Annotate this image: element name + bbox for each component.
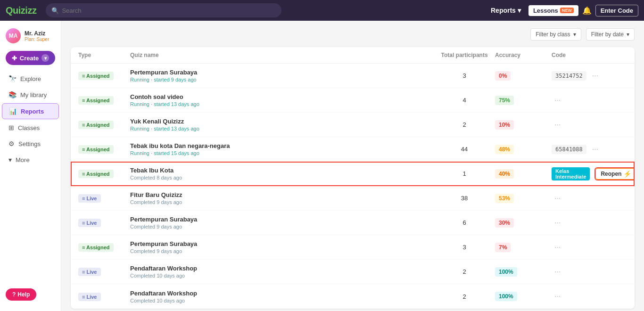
table-row: ≡ Live Pertempuran Surabaya Completed 9 …	[71, 211, 635, 235]
more-options-button[interactable]: ···	[552, 95, 563, 106]
user-info: MA Mr. Aziz Plan: Super	[0, 26, 61, 49]
create-button[interactable]: ✚ Create ▾	[6, 51, 55, 65]
enter-code-button[interactable]: Enter Code	[595, 5, 638, 16]
lightning-icon: ⚡	[623, 170, 631, 178]
code-cell: ···	[552, 120, 627, 130]
more-options-button[interactable]: ···	[589, 71, 601, 81]
code-cell: 65841088 ···	[552, 144, 627, 155]
table-row: ≡ Assigned Pertempuran Surabaya Running …	[71, 64, 635, 88]
main-content: Filter by class ▾ Filter by date ▾ Type …	[61, 21, 644, 311]
participant-count: 1	[434, 170, 495, 177]
col-quiz-name: Quiz name	[130, 52, 434, 58]
quiz-name: Yuk Kenali Quizizz	[130, 118, 434, 125]
quiz-name: Pendaftaran Workshop	[130, 265, 434, 272]
quiz-status: Running · started 13 days ago	[130, 101, 434, 107]
table-row: ≡ Live Pendaftaran Workshop Completed 10…	[71, 284, 635, 309]
quiz-status: Running · started 15 days ago	[130, 150, 434, 156]
new-badge: NEW	[560, 8, 574, 13]
user-name: Mr. Aziz	[25, 30, 49, 37]
participant-count: 38	[434, 195, 495, 202]
table-row: ≡ Live Fitur Baru Quizizz Completed 9 da…	[71, 186, 635, 211]
code-cell: ···	[552, 218, 627, 228]
type-badge-assigned: ≡ Assigned	[78, 243, 114, 252]
accuracy-badge: 100%	[495, 267, 517, 277]
participant-count: 4	[434, 97, 495, 104]
settings-icon: ⚙	[8, 140, 15, 147]
code-cell: ···	[552, 193, 627, 204]
more-options-button[interactable]: ···	[552, 193, 563, 204]
notification-bell-button[interactable]: 🔔	[582, 6, 592, 15]
class-tag: Kelas Intermediate	[552, 167, 590, 180]
participant-count: 2	[434, 121, 495, 128]
more-options-button[interactable]: ···	[552, 291, 563, 302]
more-options-button[interactable]: ···	[589, 144, 601, 155]
filter-bar: Filter by class ▾ Filter by date ▾	[71, 28, 635, 41]
reports-table: Type Quiz name Total participants Accura…	[71, 47, 635, 309]
code-cell: ···	[552, 267, 627, 277]
lessons-button[interactable]: Lessons NEW	[528, 5, 578, 16]
participant-count: 6	[434, 219, 495, 226]
sidebar-item-explore[interactable]: 🔭 Explore	[2, 71, 59, 86]
sidebar-item-library[interactable]: 📚 My library	[2, 87, 59, 102]
table-row: ≡ Assigned Pertempuran Surabaya Complete…	[71, 235, 635, 260]
quiz-name: Pertempuran Surabaya	[130, 69, 434, 76]
chevron-down-icon: ▾	[41, 54, 49, 62]
chevron-down-icon: ▾	[627, 31, 629, 38]
sidebar-item-label: Explore	[20, 75, 41, 82]
sidebar-item-reports[interactable]: 📊 Reports	[2, 103, 59, 119]
quiz-name: Tebak Ibu Kota	[130, 167, 434, 174]
accuracy-badge: 100%	[495, 292, 517, 301]
code-cell: ···	[552, 291, 627, 302]
search-bar[interactable]: 🔍	[46, 3, 281, 17]
sidebar-item-label: Classes	[18, 124, 40, 131]
chevron-down-icon: ▾	[518, 7, 521, 14]
participant-count: 3	[434, 72, 495, 79]
sidebar: MA Mr. Aziz Plan: Super ✚ Create ▾ 🔭 Exp…	[0, 21, 61, 311]
more-options-button[interactable]: ···	[552, 242, 563, 253]
participant-count: 44	[434, 146, 495, 153]
type-badge-assigned: ≡ Assigned	[78, 170, 114, 178]
code-cell: 35214752 ···	[552, 71, 627, 81]
type-badge-assigned: ≡ Assigned	[78, 121, 114, 129]
quiz-code: 65841088	[552, 145, 586, 154]
table-row: ≡ Live Pendaftaran Workshop Completed 10…	[71, 260, 635, 284]
quiz-name: Pendaftaran Workshop	[130, 290, 434, 297]
quiz-status: Completed 9 days ago	[130, 248, 434, 254]
reopen-button[interactable]: Reopen ⚡	[595, 168, 635, 180]
table-row: ≡ Assigned Yuk Kenali Quizizz Running · …	[71, 113, 635, 137]
quiz-name: Tebak ibu kota Dan negara-negara	[130, 142, 434, 149]
table-row: ≡ Assigned Contoh soal video Running · s…	[71, 88, 635, 113]
type-badge-assigned: ≡ Assigned	[78, 72, 114, 80]
type-badge-live: ≡ Live	[78, 293, 101, 301]
accuracy-badge: 30%	[495, 218, 514, 228]
quiz-name: Contoh soal video	[130, 93, 434, 100]
sidebar-item-settings[interactable]: ⚙ Settings	[2, 136, 59, 151]
sidebar-item-label: Settings	[18, 140, 41, 147]
nav-right: Reports ▾ Lessons NEW 🔔 Enter Code	[487, 5, 638, 16]
more-options-button[interactable]: ···	[552, 218, 563, 228]
main-layout: MA Mr. Aziz Plan: Super ✚ Create ▾ 🔭 Exp…	[0, 21, 644, 311]
sidebar-item-more[interactable]: ▾ More	[2, 152, 59, 167]
filter-by-class-dropdown[interactable]: Filter by class ▾	[530, 28, 581, 41]
quiz-name: Pertempuran Surabaya	[130, 216, 434, 223]
filter-by-date-dropdown[interactable]: Filter by date ▾	[586, 28, 635, 41]
help-icon: ?	[12, 291, 16, 298]
more-options-button[interactable]: ···	[552, 267, 563, 277]
reports-nav-button[interactable]: Reports ▾	[487, 5, 525, 16]
table-row: ≡ Assigned Tebak ibu kota Dan negara-neg…	[71, 137, 635, 162]
quiz-status: Completed 9 days ago	[130, 224, 434, 229]
logo: Quizizz	[6, 5, 36, 16]
search-input[interactable]	[62, 7, 276, 14]
accuracy-badge: 7%	[495, 243, 511, 252]
col-type: Type	[78, 52, 130, 58]
col-accuracy: Accuracy	[495, 52, 552, 58]
search-icon: 🔍	[51, 7, 59, 14]
top-nav: Quizizz 🔍 Reports ▾ Lessons NEW 🔔 Enter …	[0, 0, 644, 21]
type-badge-assigned: ≡ Assigned	[78, 145, 114, 154]
accuracy-badge: 75%	[495, 96, 514, 105]
help-button[interactable]: ? Help	[6, 288, 36, 301]
more-options-button[interactable]: ···	[552, 120, 563, 130]
library-icon: 📚	[8, 91, 17, 98]
table-row-highlighted: ≡ Assigned Tebak Ibu Kota Completed 8 da…	[71, 162, 635, 186]
sidebar-item-classes[interactable]: ⊞ Classes	[2, 120, 59, 135]
